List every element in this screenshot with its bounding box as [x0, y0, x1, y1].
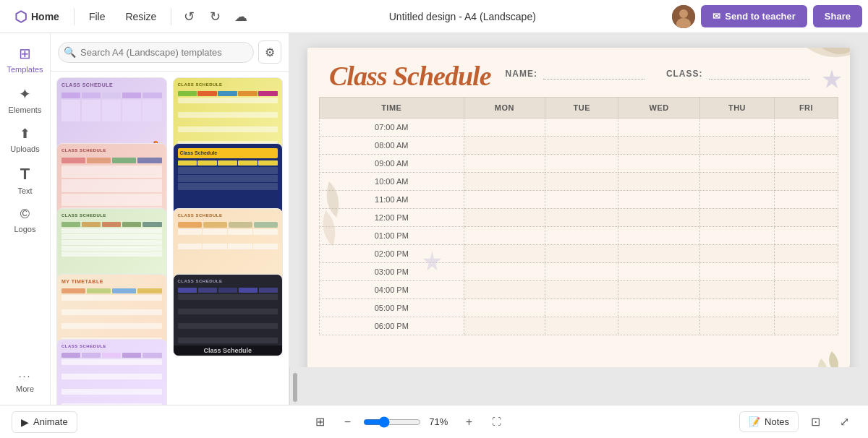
avatar[interactable] — [672, 5, 695, 28]
cell-fri-4[interactable] — [775, 191, 838, 209]
time-cell: 01:00 PM — [320, 227, 464, 245]
fit-page-button[interactable]: ⛶ — [485, 411, 508, 434]
grid-view-button[interactable]: ⊡ — [804, 411, 827, 434]
cell-fri-5[interactable] — [775, 209, 838, 227]
cell-fri-9[interactable] — [775, 281, 838, 299]
expand-button[interactable]: ⤢ — [833, 411, 856, 434]
cell-tue-7[interactable] — [545, 245, 618, 263]
cell-thu-3[interactable] — [699, 173, 774, 191]
cell-wed-7[interactable] — [618, 245, 700, 263]
sidebar-item-text[interactable]: T Text — [0, 159, 50, 201]
cell-thu-8[interactable] — [699, 263, 774, 281]
cell-fri-1[interactable] — [775, 137, 838, 155]
edit-tools: ↺ ↻ ☁ — [177, 5, 252, 28]
cell-mon-2[interactable] — [464, 155, 545, 173]
sidebar-item-elements[interactable]: ✦ Elements — [0, 80, 50, 120]
cell-wed-1[interactable] — [618, 137, 700, 155]
cell-wed-0[interactable] — [618, 119, 700, 137]
animate-button[interactable]: ▶ Animate — [12, 411, 77, 433]
cell-tue-4[interactable] — [545, 191, 618, 209]
cell-mon-1[interactable] — [464, 137, 545, 155]
cell-fri-3[interactable] — [775, 173, 838, 191]
cell-mon-7[interactable] — [464, 245, 545, 263]
cell-tue-0[interactable] — [545, 119, 618, 137]
zoom-in-button[interactable]: + — [459, 412, 479, 432]
cell-tue-11[interactable] — [545, 317, 618, 335]
sidebar-item-templates[interactable]: ⊞ Templates — [0, 39, 50, 80]
cell-mon-8[interactable] — [464, 263, 545, 281]
show-pages-button[interactable]: ⊞ — [308, 411, 331, 434]
template-card-9[interactable]: CLASS SCHEDULE 🌈 — [56, 339, 167, 405]
cell-thu-0[interactable] — [699, 119, 774, 137]
sidebar-item-more[interactable]: ··· More — [0, 364, 50, 399]
cell-tue-6[interactable] — [545, 227, 618, 245]
cell-thu-11[interactable] — [699, 317, 774, 335]
cell-wed-4[interactable] — [618, 191, 700, 209]
cell-mon-9[interactable] — [464, 281, 545, 299]
cell-thu-1[interactable] — [699, 137, 774, 155]
cell-mon-3[interactable] — [464, 173, 545, 191]
sidebar-item-label: Text — [17, 186, 32, 195]
cell-mon-0[interactable] — [464, 119, 545, 137]
cell-fri-7[interactable] — [775, 245, 838, 263]
cell-thu-10[interactable] — [699, 299, 774, 317]
cell-fri-2[interactable] — [775, 155, 838, 173]
redo-button[interactable]: ↻ — [203, 5, 226, 28]
cell-thu-5[interactable] — [699, 209, 774, 227]
zoom-slider[interactable] — [363, 416, 421, 428]
home-button[interactable]: ⬡ Home — [6, 4, 68, 30]
cell-tue-8[interactable] — [545, 263, 618, 281]
cell-thu-9[interactable] — [699, 281, 774, 299]
bottom-bar: ▶ Animate ⊞ − 71% + ⛶ 📝 Notes ⊡ ⤢ — [0, 405, 868, 438]
cell-fri-0[interactable] — [775, 119, 838, 137]
send-to-teacher-button[interactable]: ✉ Send to teacher — [701, 5, 807, 27]
divider — [74, 8, 75, 25]
time-cell: 03:00 PM — [320, 263, 464, 281]
cell-tue-2[interactable] — [545, 155, 618, 173]
share-button[interactable]: Share — [813, 5, 862, 27]
cloud-button[interactable]: ☁ — [229, 5, 252, 28]
cell-fri-11[interactable] — [775, 317, 838, 335]
cell-wed-3[interactable] — [618, 173, 700, 191]
filter-button[interactable]: ⚙ — [258, 40, 281, 64]
cell-mon-4[interactable] — [464, 191, 545, 209]
cell-mon-10[interactable] — [464, 299, 545, 317]
scrollbar-thumb[interactable] — [293, 373, 297, 402]
cell-wed-10[interactable] — [618, 299, 700, 317]
template-card-8[interactable]: CLASS SCHEDULE Class S — [173, 274, 284, 356]
table-row: 06:00 PM — [320, 317, 838, 335]
zoom-out-button[interactable]: − — [337, 412, 357, 432]
canvas-scroll[interactable]: Class Schedule NAME: CLASS: — [289, 33, 868, 367]
cell-tue-1[interactable] — [545, 137, 618, 155]
name-line — [543, 68, 644, 80]
cell-wed-9[interactable] — [618, 281, 700, 299]
cell-wed-6[interactable] — [618, 227, 700, 245]
cell-tue-5[interactable] — [545, 209, 618, 227]
cell-mon-11[interactable] — [464, 317, 545, 335]
resize-button[interactable]: Resize — [116, 7, 165, 27]
right-scrollbar[interactable] — [289, 367, 299, 405]
cell-wed-5[interactable] — [618, 209, 700, 227]
cell-thu-4[interactable] — [699, 191, 774, 209]
sidebar-item-uploads[interactable]: ⬆ Uploads — [0, 120, 50, 159]
cell-tue-10[interactable] — [545, 299, 618, 317]
cell-wed-11[interactable] — [618, 317, 700, 335]
notes-button[interactable]: 📝 Notes — [739, 411, 799, 432]
cell-wed-2[interactable] — [618, 155, 700, 173]
cell-thu-7[interactable] — [699, 245, 774, 263]
cell-fri-10[interactable] — [775, 299, 838, 317]
cell-mon-6[interactable] — [464, 227, 545, 245]
cell-thu-6[interactable] — [699, 227, 774, 245]
cell-wed-8[interactable] — [618, 263, 700, 281]
cell-fri-6[interactable] — [775, 227, 838, 245]
search-input[interactable] — [58, 42, 254, 63]
cell-tue-9[interactable] — [545, 281, 618, 299]
undo-button[interactable]: ↺ — [177, 5, 200, 28]
cell-fri-8[interactable] — [775, 263, 838, 281]
cell-thu-2[interactable] — [699, 155, 774, 173]
templates-icon: ⊞ — [19, 45, 31, 62]
cell-tue-3[interactable] — [545, 173, 618, 191]
cell-mon-5[interactable] — [464, 209, 545, 227]
sidebar-item-logos[interactable]: © Logos — [0, 201, 50, 239]
file-button[interactable]: File — [80, 7, 114, 27]
